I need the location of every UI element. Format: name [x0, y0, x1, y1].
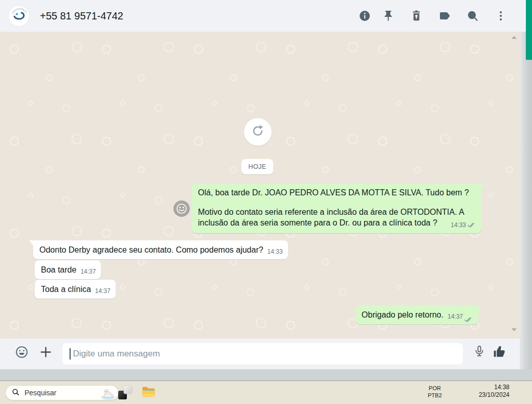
language-line1: POR	[424, 385, 446, 392]
chat-title[interactable]: +55 81 9571-4742	[40, 0, 123, 32]
tray-date: 23/10/2024	[479, 391, 509, 399]
plus-icon[interactable]	[39, 346, 52, 358]
message-bubble-outgoing[interactable]: Olá, boa tarde Dr. JOAO PEDRO ALVES DA M…	[192, 183, 481, 233]
search-label: Pesquisar	[25, 389, 56, 397]
message-text: Boa tarde	[41, 264, 76, 275]
search-daily-image	[99, 386, 117, 400]
message-text: Odonto Derby agradece seu contato. Como …	[39, 244, 263, 255]
double-check-icon	[468, 222, 476, 228]
tray-clock[interactable]: 14:38 23/10/2024	[479, 384, 509, 399]
message-time: 14:37	[95, 286, 110, 297]
message-bubble-outgoing[interactable]: Obrigado pelo retorno. 14:37	[356, 305, 478, 324]
chat-header: OdontoDerby +55 81 9571-4742	[0, 0, 526, 32]
language-line2: PTB2	[424, 392, 446, 399]
trash-restore-icon[interactable]	[410, 10, 423, 22]
message-text: Motivo do contato seria referente a incl…	[198, 207, 475, 228]
window-scrollbar[interactable]	[520, 32, 532, 369]
message-bubble-incoming[interactable]: Odonto Derby agradece seu contato. Como …	[33, 240, 288, 259]
light-square	[124, 386, 132, 394]
message-time: 14:33	[268, 246, 283, 257]
text-caret	[70, 348, 71, 360]
message-text: Olá, boa tarde Dr. JOAO PEDRO ALVES DA M…	[198, 187, 475, 198]
kebab-menu-icon[interactable]	[495, 10, 507, 22]
message-bubble-incoming[interactable]: Toda a clínica 14:37	[35, 280, 116, 299]
bot-smiley-avatar	[173, 200, 190, 217]
screen: HOJE Olá, boa tarde Dr. JOAO PEDRO ALVES…	[0, 0, 532, 404]
date-chip: HOJE	[241, 159, 273, 174]
refresh-icon	[251, 124, 264, 140]
chat-area: HOJE Olá, boa tarde Dr. JOAO PEDRO ALVES…	[0, 32, 520, 339]
accent-corner-strip	[526, 0, 532, 60]
search-icon	[12, 388, 19, 398]
info-icon[interactable]	[359, 10, 371, 22]
chat-scrollbar-down-arrow[interactable]	[512, 328, 517, 331]
message-composer: Digite uma mensagem	[0, 339, 520, 369]
file-explorer-icon[interactable]	[142, 386, 156, 398]
contact-avatar[interactable]: OdontoDerby	[9, 6, 29, 26]
language-indicator[interactable]: POR PTB2	[424, 385, 446, 399]
message-text: Obrigado pelo retorno.	[362, 309, 444, 320]
message-time: 14:33	[451, 220, 466, 231]
message-text: Toda a clínica	[41, 284, 91, 295]
page-background-strip	[0, 369, 532, 381]
date-chip-label: HOJE	[249, 163, 267, 170]
sync-refresh-button[interactable]	[244, 118, 272, 146]
windows-taskbar: Pesquisar	[0, 381, 532, 404]
input-placeholder: Digite uma mensagem	[73, 349, 160, 359]
double-check-icon	[464, 317, 473, 323]
search-icon[interactable]	[467, 10, 479, 22]
tray-time: 14:38	[479, 384, 509, 391]
taskbar-search[interactable]: Pesquisar	[5, 385, 119, 400]
emoji-icon[interactable]	[15, 345, 29, 359]
thumbs-up-icon[interactable]	[492, 344, 507, 360]
message-time: 14:37	[448, 311, 463, 322]
message-time: 14:37	[80, 266, 96, 277]
svg-text:OdontoDerby: OdontoDerby	[9, 6, 28, 14]
chat-scrollbar-up-arrow[interactable]	[512, 36, 517, 39]
mic-icon[interactable]	[473, 345, 486, 358]
overlapping-squares-icon[interactable]	[118, 386, 132, 399]
message-bubble-incoming[interactable]: Boa tarde 14:37	[35, 260, 101, 279]
label-icon[interactable]	[438, 10, 451, 22]
pin-icon[interactable]	[382, 10, 394, 22]
message-input[interactable]: Digite uma mensagem	[62, 343, 463, 365]
